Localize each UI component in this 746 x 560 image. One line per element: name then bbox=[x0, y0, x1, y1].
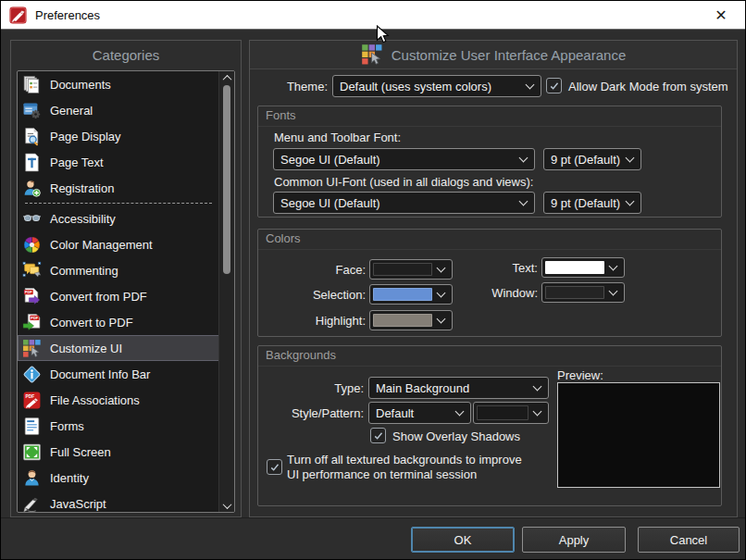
chevron-down-icon bbox=[455, 407, 465, 417]
category-item-forms[interactable]: Forms bbox=[18, 413, 219, 439]
category-item-javascript[interactable]: JavaScript bbox=[18, 491, 219, 513]
fonts-group-title: Fonts bbox=[266, 108, 296, 122]
texture-off-checkbox[interactable] bbox=[267, 459, 282, 475]
background-preview bbox=[557, 382, 720, 488]
highlight-color-select[interactable] bbox=[369, 310, 453, 330]
style-pattern-select[interactable]: Default bbox=[368, 402, 471, 424]
theme-select[interactable]: Default (uses system colors) bbox=[332, 75, 541, 97]
menu-font-value: Segoe UI (Default) bbox=[280, 153, 380, 167]
category-item-color-management[interactable]: Color Management bbox=[18, 231, 219, 257]
category-item-label: Customize UI bbox=[50, 342, 122, 355]
colors-group-title: Colors bbox=[266, 231, 301, 245]
category-item-file-associations[interactable]: PDFFile Associations bbox=[18, 387, 219, 413]
page-header: Customize User Interface Appearance bbox=[250, 41, 737, 69]
chevron-down-icon bbox=[533, 407, 542, 417]
close-icon[interactable]: ✕ bbox=[705, 1, 737, 30]
apply-button[interactable]: Apply bbox=[522, 527, 626, 553]
cancel-button[interactable]: Cancel bbox=[638, 527, 740, 553]
convert-from-pdf-icon: PDF bbox=[22, 287, 42, 306]
category-item-commenting[interactable]: Commenting bbox=[18, 257, 219, 283]
scroll-up-icon[interactable] bbox=[219, 71, 234, 84]
style-pattern-value: Default bbox=[376, 406, 414, 420]
category-item-label: Page Text bbox=[50, 156, 104, 169]
category-item-label: JavaScript bbox=[50, 497, 106, 511]
window-title: Preferences bbox=[35, 8, 100, 22]
category-item-label: Identity bbox=[50, 471, 89, 485]
text-color-swatch bbox=[545, 261, 604, 274]
face-color-select[interactable] bbox=[369, 259, 453, 280]
category-item-label: Color Management bbox=[50, 238, 153, 252]
category-item-full-screen[interactable]: Full Screen bbox=[18, 439, 219, 465]
chevron-down-icon bbox=[526, 81, 535, 90]
highlight-label: Highlight: bbox=[273, 314, 366, 329]
text-color-select[interactable] bbox=[541, 257, 625, 278]
scrollbar-thumb[interactable] bbox=[223, 85, 230, 274]
category-item-document-info-bar[interactable]: Document Info Bar bbox=[18, 361, 219, 387]
window-color-select[interactable] bbox=[541, 282, 625, 303]
window-color-swatch bbox=[545, 286, 604, 299]
categories-scrollbar[interactable] bbox=[218, 71, 234, 512]
background-color-select[interactable] bbox=[473, 402, 549, 424]
chevron-down-icon bbox=[626, 154, 635, 163]
ui-font-select[interactable]: Segoe UI (Default) bbox=[273, 192, 535, 214]
category-item-label: Page Display bbox=[50, 130, 121, 143]
colors-group-title-row bbox=[258, 230, 721, 250]
footer-separator bbox=[1, 517, 745, 518]
background-type-select[interactable]: Main Background bbox=[368, 377, 549, 399]
ui-font-size-select[interactable]: 9 pt (Default) bbox=[543, 192, 641, 214]
chevron-down-icon bbox=[437, 264, 446, 273]
categories-list: DocumentsGeneralPage DisplayPage TextReg… bbox=[17, 70, 235, 513]
general-icon bbox=[22, 101, 42, 120]
category-item-label: Documents bbox=[50, 78, 111, 92]
categories-list-items: DocumentsGeneralPage DisplayPage TextReg… bbox=[18, 71, 234, 513]
allow-dark-mode-checkbox[interactable] bbox=[546, 78, 562, 93]
category-item-label: Full Screen bbox=[50, 445, 111, 459]
category-item-label: Convert to PDF bbox=[50, 316, 133, 330]
chevron-down-icon bbox=[626, 197, 635, 206]
show-overlay-shadows-checkbox[interactable] bbox=[370, 428, 386, 443]
text-label: Text: bbox=[473, 261, 538, 276]
menu-font-size-select[interactable]: 9 pt (Default) bbox=[543, 148, 641, 170]
category-item-registration[interactable]: Registration bbox=[18, 175, 219, 201]
category-item-customize-ui[interactable]: Customize UI bbox=[18, 335, 219, 361]
selection-label: Selection: bbox=[273, 288, 366, 303]
category-item-page-text[interactable]: Page Text bbox=[18, 149, 219, 175]
background-type-label: Type: bbox=[271, 381, 364, 396]
ui-font-value: Segoe UI (Default) bbox=[280, 196, 380, 210]
fonts-group: Fonts Menu and Toolbar Font: Segoe UI (D… bbox=[257, 106, 722, 218]
category-item-label: Convert from PDF bbox=[50, 290, 147, 304]
allow-dark-mode-label: Allow Dark Mode from system bbox=[568, 80, 728, 94]
file-associations-icon: PDF bbox=[22, 391, 42, 410]
texture-off-label: Turn off all textured backgrounds to imp… bbox=[287, 453, 537, 482]
forms-icon bbox=[22, 417, 42, 436]
menu-font-select[interactable]: Segoe UI (Default) bbox=[273, 148, 535, 170]
color-management-icon bbox=[22, 235, 42, 255]
highlight-color-swatch bbox=[373, 314, 432, 327]
ok-button[interactable]: OK bbox=[411, 527, 515, 553]
preview-label: Preview: bbox=[557, 368, 603, 383]
theme-value: Default (uses system colors) bbox=[340, 80, 491, 93]
category-item-convert-to-pdf[interactable]: PDFConvert to PDF bbox=[18, 309, 219, 335]
category-item-documents[interactable]: Documents bbox=[18, 71, 219, 97]
fonts-group-title-row bbox=[258, 106, 721, 127]
category-item-convert-from-pdf[interactable]: PDFConvert from PDF bbox=[18, 283, 219, 309]
accessibility-icon bbox=[22, 209, 42, 229]
category-item-page-display[interactable]: Page Display bbox=[18, 123, 219, 149]
category-item-identity[interactable]: Identity bbox=[18, 465, 219, 491]
category-item-accessibility[interactable]: Accessibility bbox=[18, 205, 219, 231]
customize-ui-icon bbox=[22, 339, 42, 358]
full-screen-icon bbox=[22, 442, 42, 462]
scroll-down-icon[interactable] bbox=[219, 499, 234, 512]
category-item-label: Forms bbox=[50, 419, 84, 433]
show-overlay-shadows-label: Show Overlay Shadows bbox=[392, 429, 520, 444]
category-separator bbox=[25, 203, 212, 204]
style-pattern-label: Style/Pattern: bbox=[271, 406, 364, 421]
documents-icon bbox=[22, 75, 42, 94]
convert-to-pdf-icon: PDF bbox=[22, 313, 42, 332]
registration-icon bbox=[22, 179, 42, 198]
category-item-label: Commenting bbox=[50, 264, 118, 278]
selection-color-select[interactable] bbox=[369, 284, 453, 305]
category-item-general[interactable]: General bbox=[18, 97, 219, 123]
commenting-icon bbox=[22, 261, 42, 280]
mouse-cursor-icon bbox=[376, 25, 390, 49]
